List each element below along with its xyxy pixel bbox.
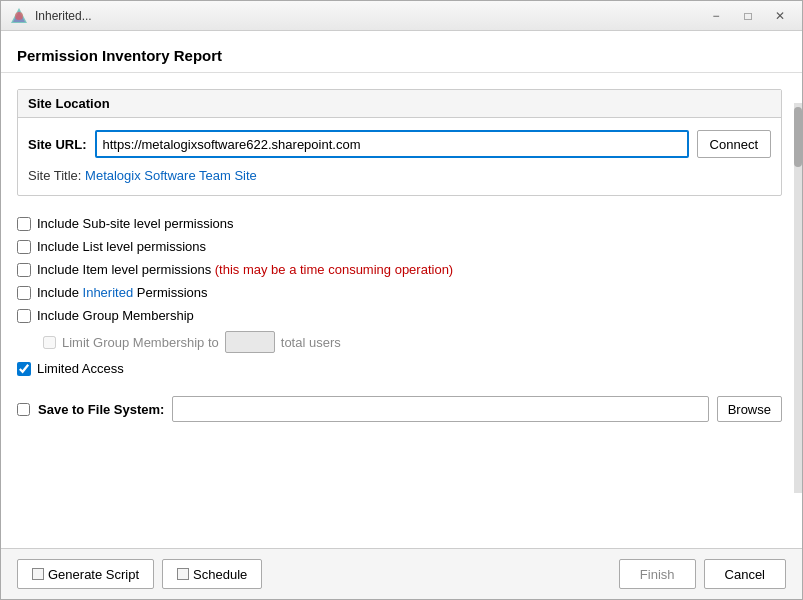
checkbox-item-level[interactable]: Include Item level permissions (this may… xyxy=(17,262,782,277)
app-icon xyxy=(9,6,29,26)
schedule-icon xyxy=(177,568,189,580)
generate-script-button[interactable]: Generate Script xyxy=(17,559,154,589)
checkbox-group-membership-input[interactable] xyxy=(17,309,31,323)
checkbox-list-level-label: Include List level permissions xyxy=(37,239,206,254)
site-title-prefix: Site Title: xyxy=(28,168,85,183)
save-path-input[interactable] xyxy=(172,396,708,422)
checkbox-inherited[interactable]: Include Inherited Permissions xyxy=(17,285,782,300)
page-title: Permission Inventory Report xyxy=(1,31,802,73)
checkbox-subsite-label: Include Sub-site level permissions xyxy=(37,216,234,231)
finish-button[interactable]: Finish xyxy=(619,559,696,589)
schedule-button[interactable]: Schedule xyxy=(162,559,262,589)
checkbox-item-level-input[interactable] xyxy=(17,263,31,277)
site-location-body: Site URL: Connect Site Title: Metalogix … xyxy=(18,118,781,195)
minimize-button[interactable]: − xyxy=(702,6,730,26)
highlight-text: (this may be a time consuming operation) xyxy=(215,262,453,277)
main-window: Inherited... − □ ✕ Permission Inventory … xyxy=(0,0,803,600)
save-label: Save to File System: xyxy=(38,402,164,417)
footer-left: Generate Script Schedule xyxy=(17,559,262,589)
browse-button[interactable]: Browse xyxy=(717,396,782,422)
checkbox-item-level-label: Include Item level permissions (this may… xyxy=(37,262,453,277)
footer-right: Finish Cancel xyxy=(619,559,786,589)
site-url-input[interactable] xyxy=(95,130,689,158)
url-label: Site URL: xyxy=(28,137,87,152)
save-row: Save to File System: Browse xyxy=(17,396,782,422)
save-checkbox[interactable] xyxy=(17,403,30,416)
close-button[interactable]: ✕ xyxy=(766,6,794,26)
limit-group-checkbox xyxy=(43,336,56,349)
checkbox-list-level[interactable]: Include List level permissions xyxy=(17,239,782,254)
checkbox-limited-access[interactable]: Limited Access xyxy=(17,361,782,376)
site-location-title: Site Location xyxy=(18,90,781,118)
checkbox-limited-access-input[interactable] xyxy=(17,362,31,376)
checkbox-group-membership-label: Include Group Membership xyxy=(37,308,194,323)
cancel-button[interactable]: Cancel xyxy=(704,559,786,589)
site-title-value: Metalogix Software Team Site xyxy=(85,168,257,183)
checkbox-subsite[interactable]: Include Sub-site level permissions xyxy=(17,216,782,231)
scrollbar-thumb xyxy=(794,107,802,167)
url-field-row: Site URL: Connect xyxy=(28,130,771,158)
checkbox-inherited-input[interactable] xyxy=(17,286,31,300)
titlebar: Inherited... − □ ✕ xyxy=(1,1,802,31)
site-location-section: Site Location Site URL: Connect Site Tit… xyxy=(17,89,782,196)
checkbox-limited-access-label: Limited Access xyxy=(37,361,124,376)
limit-group-row: Limit Group Membership to total users xyxy=(17,331,782,353)
limit-group-suffix: total users xyxy=(281,335,341,350)
connect-button[interactable]: Connect xyxy=(697,130,771,158)
limit-group-input xyxy=(225,331,275,353)
limit-group-label: Limit Group Membership to xyxy=(62,335,219,350)
generate-script-label: Generate Script xyxy=(48,567,139,582)
schedule-label: Schedule xyxy=(193,567,247,582)
content-area: Site Location Site URL: Connect Site Tit… xyxy=(1,73,802,548)
checkbox-list-level-input[interactable] xyxy=(17,240,31,254)
titlebar-controls: − □ ✕ xyxy=(702,6,794,26)
generate-script-icon xyxy=(32,568,44,580)
scrollbar[interactable] xyxy=(794,103,802,493)
svg-point-2 xyxy=(15,12,23,20)
footer: Generate Script Schedule Finish Cancel xyxy=(1,548,802,599)
checkbox-subsite-input[interactable] xyxy=(17,217,31,231)
maximize-button[interactable]: □ xyxy=(734,6,762,26)
checkbox-group-membership[interactable]: Include Group Membership xyxy=(17,308,782,323)
checkbox-list: Include Sub-site level permissions Inclu… xyxy=(17,212,782,380)
site-title-row: Site Title: Metalogix Software Team Site xyxy=(28,168,771,183)
checkbox-inherited-label: Include Inherited Permissions xyxy=(37,285,208,300)
titlebar-title: Inherited... xyxy=(35,9,92,23)
